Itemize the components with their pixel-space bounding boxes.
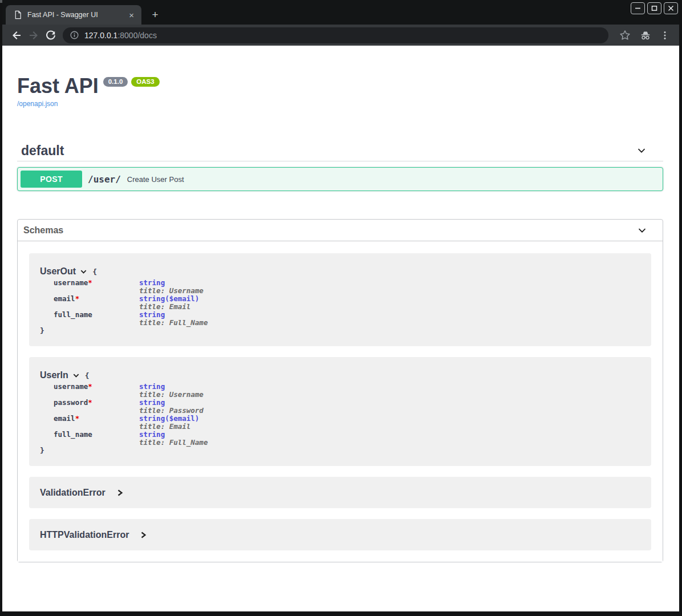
model-title: HTTPValidationError <box>40 529 129 541</box>
property-definition: stringtitle: Password <box>139 399 204 415</box>
api-badges: 0.1.0 OAS3 <box>103 77 160 87</box>
property-row: email*string($email)title: Email <box>54 295 640 311</box>
model-title: ValidationError <box>40 487 105 499</box>
back-icon <box>11 30 22 41</box>
tag-name: default <box>21 143 64 159</box>
menu-button[interactable] <box>656 27 673 44</box>
model-toggle-userout[interactable]: UserOut <box>40 266 87 277</box>
tag-header-default[interactable]: default <box>17 140 663 161</box>
property-name: username* <box>54 279 139 295</box>
close-window-button[interactable] <box>664 2 678 14</box>
tag-section-default: default POST /user/ Create User Post <box>17 140 663 191</box>
property-name: email* <box>54 415 139 431</box>
star-icon <box>619 30 631 41</box>
chevron-right-icon <box>140 531 147 539</box>
tab-strip: Fast API - Swagger UI × + <box>2 0 679 25</box>
page-title: Fast API <box>17 75 99 97</box>
tab-title: Fast API - Swagger UI <box>27 11 127 19</box>
property-definition: string($email)title: Email <box>139 415 199 431</box>
maximize-icon <box>651 5 657 11</box>
openapi-link[interactable]: /openapi.json <box>17 100 58 108</box>
operation-summary: Create User Post <box>127 175 184 184</box>
property-name: email* <box>54 295 139 311</box>
browser-tab[interactable]: Fast API - Swagger UI × <box>6 5 141 25</box>
model-properties: username*stringtitle: Usernameemail*stri… <box>54 279 640 327</box>
forward-button[interactable] <box>25 27 42 44</box>
chevron-down-icon <box>72 372 80 379</box>
required-star: * <box>75 294 80 303</box>
info-icon[interactable] <box>70 30 79 40</box>
required-star: * <box>88 398 92 407</box>
opblock-post-user[interactable]: POST /user/ Create User Post <box>17 167 663 191</box>
property-definition: stringtitle: Full_Name <box>139 311 208 327</box>
maximize-button[interactable] <box>647 2 661 14</box>
minimize-button[interactable] <box>631 2 645 14</box>
property-name: password* <box>54 399 139 415</box>
property-definition: stringtitle: Full_Name <box>139 431 208 447</box>
property-name: username* <box>54 383 139 399</box>
property-title: title: Username <box>139 391 204 399</box>
property-type: string <box>139 279 204 287</box>
property-type: string <box>139 383 204 391</box>
model-title: UserOut <box>40 266 76 277</box>
property-title: title: Email <box>139 423 199 431</box>
chevron-down-icon <box>80 268 87 275</box>
chevron-right-icon <box>117 489 123 497</box>
reload-button[interactable] <box>42 27 59 44</box>
method-badge: POST <box>21 171 82 188</box>
required-star: * <box>75 414 80 423</box>
schemas-body: UserOut{username*stringtitle: Usernameem… <box>18 241 663 562</box>
chevron-down-icon[interactable] <box>636 145 647 156</box>
property-definition: stringtitle: Username <box>139 279 204 295</box>
bookmark-button[interactable] <box>616 27 634 44</box>
open-brace: { <box>85 371 90 380</box>
page-content: Fast API 0.1.0 OAS3 /openapi.json defaul… <box>2 46 679 611</box>
close-brace: } <box>40 327 640 335</box>
schemas-section: Schemas UserOut{username*stringtitle: Us… <box>17 219 663 562</box>
model-userout: UserOut{username*stringtitle: Usernameem… <box>29 253 651 346</box>
swagger-ui: Fast API 0.1.0 OAS3 /openapi.json defaul… <box>2 75 679 562</box>
address-bar[interactable]: 127.0.0.1:8000/docs <box>63 27 608 43</box>
model-toggle-userin[interactable]: UserIn <box>40 370 80 381</box>
model-validationerror: ValidationError <box>29 477 651 508</box>
property-definition: stringtitle: Username <box>139 383 204 399</box>
property-name: full_name <box>54 431 139 447</box>
oas-badge: OAS3 <box>131 77 159 87</box>
schemas-header[interactable]: Schemas <box>18 220 663 241</box>
close-brace: } <box>40 447 640 455</box>
operation-path: /user/ <box>88 174 121 185</box>
model-httpvalidationerror: HTTPValidationError <box>29 519 651 550</box>
schemas-heading: Schemas <box>23 225 63 236</box>
api-info: Fast API 0.1.0 OAS3 /openapi.json <box>17 75 663 108</box>
minimize-icon <box>635 5 641 11</box>
close-icon <box>668 5 674 11</box>
tab-close-icon[interactable]: × <box>127 10 136 20</box>
required-star: * <box>88 382 92 391</box>
back-button[interactable] <box>8 27 25 44</box>
property-row: full_namestringtitle: Full_Name <box>54 431 640 447</box>
property-title: title: Full_Name <box>139 439 208 447</box>
incognito-icon <box>639 29 652 42</box>
model-title-row: UserIn{ <box>40 370 640 381</box>
open-brace: { <box>92 268 97 276</box>
property-title: title: Full_Name <box>139 319 208 327</box>
model-toggle-validationerror[interactable]: ValidationError <box>40 487 123 499</box>
property-type: string($email) <box>139 295 199 303</box>
reload-icon <box>45 30 56 41</box>
api-title-row: Fast API 0.1.0 OAS3 <box>17 75 663 97</box>
model-userin: UserIn{username*stringtitle: Usernamepas… <box>29 357 651 466</box>
property-type: string <box>139 311 208 319</box>
property-type: string($email) <box>139 415 199 423</box>
property-type: string <box>139 431 208 439</box>
incognito-indicator[interactable] <box>637 27 654 44</box>
property-row: password*stringtitle: Password <box>54 399 640 415</box>
chevron-down-icon[interactable] <box>636 225 648 236</box>
property-type: string <box>139 399 204 407</box>
new-tab-button[interactable]: + <box>148 8 162 22</box>
model-toggle-httpvalidationerror[interactable]: HTTPValidationError <box>40 529 147 541</box>
url-path: :8000/docs <box>117 31 157 40</box>
required-star: * <box>88 278 92 287</box>
property-row: username*stringtitle: Username <box>54 383 640 399</box>
property-title: title: Email <box>139 303 199 311</box>
page-icon <box>14 10 22 19</box>
